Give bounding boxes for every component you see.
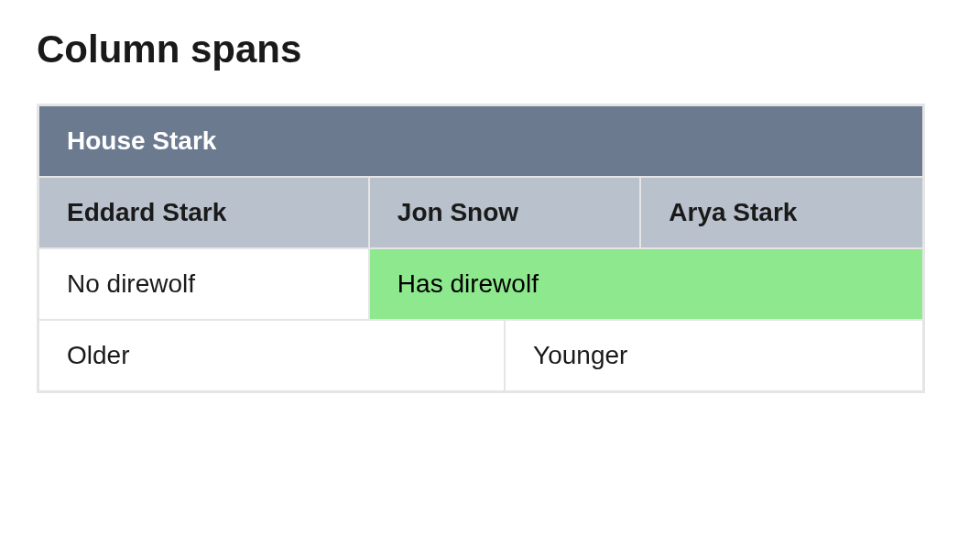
table-header-top: House Stark <box>38 105 924 178</box>
page-title: Column spans <box>37 27 943 71</box>
table-header-sub-3: Arya Stark <box>640 177 923 248</box>
table-cell-no-direwolf: No direwolf <box>38 248 369 320</box>
table-row: No direwolf Has direwolf <box>38 248 924 320</box>
table-cell-younger: Younger <box>505 320 923 392</box>
table-header-row-sub: Eddard Stark Jon Snow Arya Stark <box>38 177 924 248</box>
table-header-sub-1: Eddard Stark <box>38 177 369 248</box>
column-spans-table: House Stark Eddard Stark Jon Snow Arya S… <box>37 104 925 393</box>
table-header-row-top: House Stark <box>38 105 924 178</box>
table-row: Older Younger <box>38 320 924 392</box>
table-cell-has-direwolf: Has direwolf <box>369 248 924 320</box>
table-cell-older: Older <box>38 320 506 392</box>
table-header-sub-2: Jon Snow <box>369 177 640 248</box>
